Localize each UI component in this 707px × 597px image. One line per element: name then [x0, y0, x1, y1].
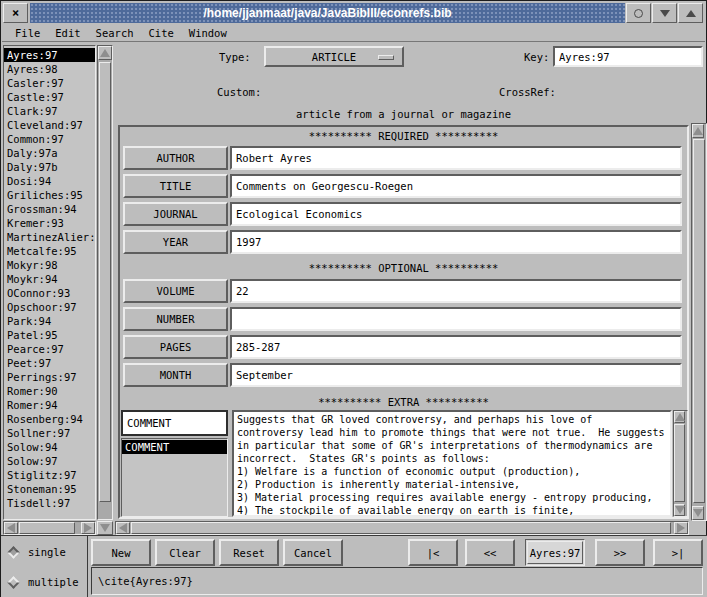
reference-list-item[interactable]: Dosi:94 — [4, 174, 95, 188]
main-horizontal-scrollbar[interactable] — [115, 521, 689, 535]
journal-field-button[interactable]: JOURNAL — [123, 202, 228, 226]
textarea-vertical-scrollbar[interactable] — [673, 410, 688, 517]
month-input[interactable] — [230, 363, 682, 387]
reference-list-item[interactable]: Park:94 — [4, 314, 95, 328]
extra-field-list[interactable]: COMMENT — [121, 438, 228, 517]
reference-list-item[interactable]: Ayres:98 — [4, 62, 95, 76]
reference-list-item[interactable]: Ayres:97 — [4, 48, 95, 62]
reference-list-item[interactable]: Casler:97 — [4, 76, 95, 90]
pages-input[interactable] — [230, 335, 682, 359]
menu-item[interactable]: File — [15, 27, 40, 39]
scroll-up-arrow-icon[interactable] — [674, 411, 685, 423]
scroll-right-arrow-icon[interactable] — [674, 522, 688, 534]
volume-input[interactable] — [230, 279, 682, 303]
multiple-mode-radio[interactable]: multiple — [9, 576, 79, 588]
scrollbar-thumb[interactable] — [131, 522, 671, 534]
menu-item[interactable]: Edit — [55, 27, 80, 39]
reference-list-item[interactable]: Tisdell:97 — [4, 496, 95, 510]
author-input[interactable] — [230, 146, 682, 170]
scrollbar-thumb[interactable] — [19, 522, 75, 534]
cancel-button[interactable]: Cancel — [283, 539, 343, 566]
nav-first-button[interactable]: |< — [408, 539, 458, 566]
list-vertical-scrollbar[interactable] — [97, 45, 113, 520]
reference-list-item[interactable]: Castle:97 — [4, 90, 95, 104]
close-button[interactable]: × — [3, 3, 28, 23]
extra-textarea[interactable]: Suggests that GR loved controversy, and … — [232, 410, 672, 517]
scroll-left-arrow-icon[interactable] — [116, 522, 130, 534]
reference-list-item[interactable]: Grossman:94 — [4, 202, 95, 216]
menu-item[interactable]: Search — [96, 27, 134, 39]
iconify-button[interactable] — [626, 3, 651, 23]
reference-list-item[interactable]: Stiglitz:97 — [4, 468, 95, 482]
reference-list-item[interactable]: Cleveland:97 — [4, 118, 95, 132]
reference-list-item[interactable]: Daly:97a — [4, 146, 95, 160]
clear-button[interactable]: Clear — [155, 539, 215, 566]
reference-list-item[interactable]: Mokyr:98 — [4, 258, 95, 272]
number-field-button[interactable]: NUMBER — [123, 307, 228, 331]
extra-field-name-input[interactable]: COMMENT — [121, 410, 228, 436]
scroll-down-arrow-icon[interactable] — [97, 521, 113, 535]
menu-item[interactable]: Cite — [149, 27, 174, 39]
reference-list-item[interactable]: Stoneman:95 — [4, 482, 95, 496]
key-field[interactable] — [553, 46, 703, 67]
scroll-right-arrow-icon[interactable] — [81, 522, 95, 534]
lower-button[interactable] — [652, 3, 677, 23]
year-input[interactable] — [230, 230, 682, 254]
reference-list-item[interactable]: Metcalfe:95 — [4, 244, 95, 258]
circle-icon — [634, 9, 643, 18]
scroll-down-arrow-icon[interactable] — [692, 506, 704, 520]
single-mode-radio[interactable]: single — [9, 546, 66, 558]
scrollbar-thumb[interactable] — [674, 424, 685, 502]
scroll-down-arrow-icon[interactable] — [674, 504, 685, 516]
cite-command-field[interactable]: \cite{Ayres:97} — [91, 567, 703, 595]
scroll-up-arrow-icon[interactable] — [692, 124, 704, 138]
month-field-button[interactable]: MONTH — [123, 363, 228, 387]
reference-list[interactable]: Ayres:97Ayres:98Casler:97Castle:97Clark:… — [3, 45, 96, 520]
reference-list-item[interactable]: Kremer:93 — [4, 216, 95, 230]
extra-field-list-item[interactable]: COMMENT — [122, 440, 227, 454]
reference-list-item[interactable]: Solow:94 — [4, 440, 95, 454]
reference-list-item[interactable]: Common:97 — [4, 132, 95, 146]
nav-prev-button[interactable]: << — [465, 539, 515, 566]
nav-current-key-field[interactable]: Ayres:97 — [525, 539, 585, 566]
scroll-left-arrow-icon[interactable] — [4, 522, 18, 534]
journal-input[interactable] — [230, 202, 682, 226]
reference-list-item[interactable]: Griliches:95 — [4, 188, 95, 202]
pages-field-button[interactable]: PAGES — [123, 335, 228, 359]
reference-list-item[interactable]: Romer:94 — [4, 398, 95, 412]
reference-list-item[interactable]: Perrings:97 — [4, 370, 95, 384]
type-dropdown[interactable]: ARTICLE — [264, 46, 404, 67]
type-value: ARTICLE — [312, 51, 356, 63]
reset-button[interactable]: Reset — [219, 539, 279, 566]
nav-next-button[interactable]: >> — [595, 539, 645, 566]
reference-list-item[interactable]: Moykr:94 — [4, 272, 95, 286]
reference-list-item[interactable]: Sollner:97 — [4, 426, 95, 440]
menu-item[interactable]: Window — [189, 27, 227, 39]
reference-list-item[interactable]: Patel:95 — [4, 328, 95, 342]
reference-list-item[interactable]: Romer:90 — [4, 384, 95, 398]
reference-list-item[interactable]: Clark:97 — [4, 104, 95, 118]
scrollbar-thumb[interactable] — [99, 62, 111, 502]
title-field-button[interactable]: TITLE — [123, 174, 228, 198]
reference-list-item[interactable]: Peet:97 — [4, 356, 95, 370]
reference-list-item[interactable]: MartinezAlier:9 — [4, 230, 95, 244]
main-vertical-scrollbar[interactable] — [691, 123, 707, 521]
reference-list-item[interactable]: OConnor:93 — [4, 286, 95, 300]
number-input[interactable] — [230, 307, 682, 331]
reference-list-item[interactable]: Daly:97b — [4, 160, 95, 174]
nav-last-button[interactable]: >| — [653, 539, 703, 566]
year-field-button[interactable]: YEAR — [123, 230, 228, 254]
button-label: Reset — [233, 547, 265, 559]
volume-field-button[interactable]: VOLUME — [123, 279, 228, 303]
reference-list-item[interactable]: Solow:97 — [4, 454, 95, 468]
scroll-up-arrow-icon[interactable] — [98, 46, 112, 60]
reference-list-item[interactable]: Pearce:97 — [4, 342, 95, 356]
author-field-button[interactable]: AUTHOR — [123, 146, 228, 170]
reference-list-item[interactable]: Rosenberg:94 — [4, 412, 95, 426]
raise-button[interactable] — [678, 3, 703, 23]
reference-list-item[interactable]: Opschoor:97 — [4, 300, 95, 314]
list-horizontal-scrollbar[interactable] — [3, 521, 96, 535]
title-input[interactable] — [230, 174, 682, 198]
scrollbar-thumb[interactable] — [693, 139, 705, 503]
new-button[interactable]: New — [91, 539, 151, 566]
